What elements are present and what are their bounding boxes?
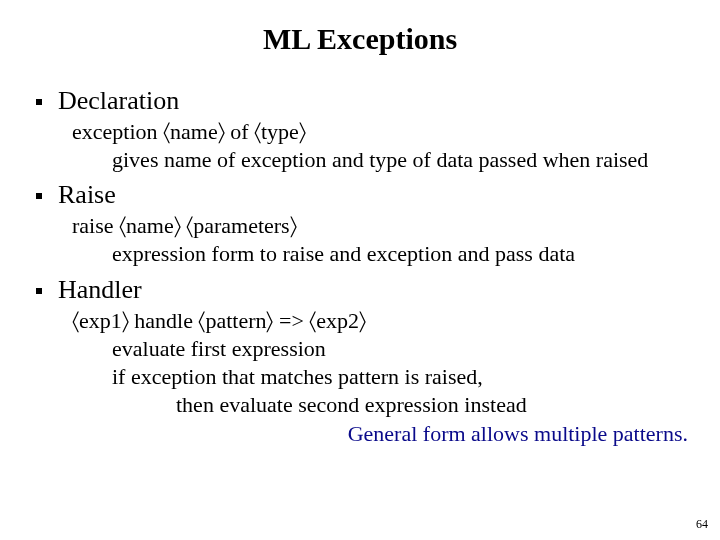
bullet-handler-label: Handler bbox=[58, 275, 142, 305]
bullet-declaration: Declaration bbox=[36, 86, 690, 116]
declaration-desc: gives name of exception and type of data… bbox=[112, 146, 690, 174]
bullet-dot-icon bbox=[36, 99, 42, 105]
handler-desc2: if exception that matches pattern is rai… bbox=[112, 363, 690, 391]
raise-syntax: raise 〈name〉 〈parameters〉 bbox=[72, 212, 690, 240]
bullet-raise: Raise bbox=[36, 180, 690, 210]
slide-title: ML Exceptions bbox=[30, 22, 690, 56]
bullet-declaration-label: Declaration bbox=[58, 86, 179, 116]
slide: ML Exceptions Declaration exception 〈nam… bbox=[0, 0, 720, 540]
bullet-dot-icon bbox=[36, 288, 42, 294]
handler-desc1: evaluate first expression bbox=[112, 335, 690, 363]
page-number: 64 bbox=[696, 517, 708, 532]
handler-desc3: then evaluate second expression instead bbox=[176, 391, 690, 419]
declaration-syntax: exception 〈name〉 of 〈type〉 bbox=[72, 118, 690, 146]
bullet-handler: Handler bbox=[36, 275, 690, 305]
bullet-dot-icon bbox=[36, 193, 42, 199]
bullet-raise-label: Raise bbox=[58, 180, 116, 210]
raise-desc: expression form to raise and exception a… bbox=[112, 240, 690, 268]
handler-syntax: 〈exp1〉 handle 〈pattern〉 => 〈exp2〉 bbox=[72, 307, 690, 335]
general-note: General form allows multiple patterns. bbox=[30, 421, 688, 447]
